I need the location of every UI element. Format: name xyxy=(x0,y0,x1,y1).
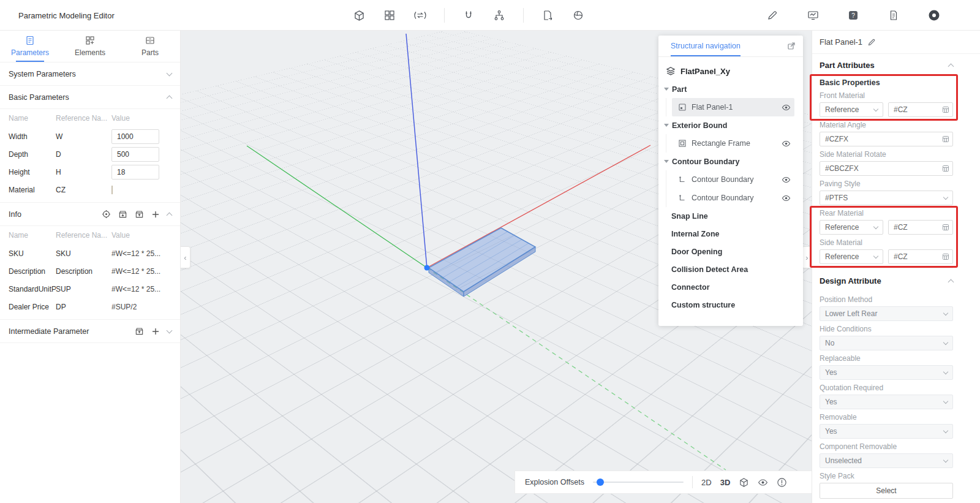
structural-navigation-tab[interactable]: Structural navigation xyxy=(671,36,741,56)
slider-knob[interactable] xyxy=(597,478,604,486)
collapse-left-panel-button[interactable]: ‹ xyxy=(181,246,190,268)
tree-group-internal-zone[interactable]: Internal Zone xyxy=(658,225,803,243)
expand-triangle-icon[interactable] xyxy=(664,160,669,163)
replaceable-select[interactable]: Yes xyxy=(820,365,953,380)
formula-grid-icon[interactable] xyxy=(942,165,949,172)
expand-triangle-icon[interactable] xyxy=(664,124,669,127)
depth-value-input[interactable] xyxy=(111,147,159,162)
info-row-standard-unit-price[interactable]: StandardUnitP... SUP #W<=12 * 25... xyxy=(0,280,180,298)
view-3d-button[interactable]: 3D xyxy=(720,478,731,487)
chevron-down-icon[interactable] xyxy=(167,327,173,333)
export-icon[interactable] xyxy=(135,327,144,336)
formula-grid-icon[interactable] xyxy=(942,224,949,231)
front-material-mode-select[interactable]: Reference xyxy=(820,102,883,117)
material-angle-label: Material Angle xyxy=(820,121,953,129)
flat-panel-3d-object[interactable] xyxy=(429,228,535,297)
adjust-settings-icon[interactable] xyxy=(102,210,111,219)
material-sphere-icon[interactable] xyxy=(571,9,585,22)
explosion-offsets-slider[interactable] xyxy=(593,482,684,483)
tree-group-exterior-bound[interactable]: Exterior Bound xyxy=(658,116,803,134)
width-value-input[interactable] xyxy=(111,129,159,144)
side-material-rotate-input[interactable] xyxy=(820,161,953,176)
intermediate-parameter-header[interactable]: Intermediate Parameter xyxy=(0,320,180,343)
side-material-mode-select[interactable]: Reference xyxy=(820,249,883,264)
viewport-3d[interactable]: ‹ › Structural navigation FlatPanel_Xy P… xyxy=(181,31,812,503)
info-section-header[interactable]: Info xyxy=(0,203,180,226)
hide-conditions-select[interactable]: No xyxy=(820,336,953,350)
toolbar-divider xyxy=(444,8,445,23)
tree-group-part[interactable]: Part xyxy=(658,80,803,98)
import-icon[interactable] xyxy=(118,210,127,219)
formula-grid-icon[interactable] xyxy=(942,253,949,260)
tree-item-rectangle-frame[interactable]: Rectangle Frame xyxy=(672,134,794,153)
visibility-eye-icon[interactable] xyxy=(782,175,791,184)
chevron-up-icon[interactable] xyxy=(167,96,173,102)
chevron-up-icon[interactable] xyxy=(948,63,954,69)
components-icon[interactable] xyxy=(383,9,396,22)
visibility-eye-icon[interactable] xyxy=(758,477,768,488)
tree-group-custom-structure[interactable]: Custom structure xyxy=(658,296,803,314)
removable-select[interactable]: Yes xyxy=(820,424,953,439)
system-parameters-header[interactable]: System Parameters xyxy=(0,62,180,86)
part-attributes-section-header[interactable]: Part Attributes xyxy=(812,54,980,76)
tab-parts[interactable]: Parts xyxy=(120,31,180,62)
warning-info-icon[interactable] xyxy=(777,477,787,488)
tree-item-contour-boundary-1[interactable]: Contour Boundary xyxy=(672,170,794,189)
add-parameter-icon[interactable] xyxy=(151,210,160,219)
collapse-right-panel-button[interactable]: › xyxy=(802,246,812,268)
height-value-input[interactable] xyxy=(111,165,159,180)
tab-elements[interactable]: Elements xyxy=(60,31,120,62)
chevron-down-icon[interactable] xyxy=(167,70,173,76)
material-angle-input[interactable] xyxy=(820,132,953,146)
rear-material-mode-select[interactable]: Reference xyxy=(820,220,883,235)
magnet-icon[interactable] xyxy=(462,9,475,22)
chevron-up-icon[interactable] xyxy=(948,279,954,285)
tree-group-door-opening[interactable]: Door Opening xyxy=(658,243,803,260)
design-attribute-section-header[interactable]: Design Attribute xyxy=(812,270,980,292)
tree-group-contour-boundary[interactable]: Contour Boundary xyxy=(658,153,803,170)
info-row-description[interactable]: Description Description #W<=12 * 25... xyxy=(0,262,180,280)
theme-settings-icon[interactable] xyxy=(927,9,941,22)
tree-group-connector[interactable]: Connector xyxy=(658,278,803,296)
model-3d-icon[interactable] xyxy=(352,9,366,22)
view-2d-button[interactable]: 2D xyxy=(701,478,712,487)
position-method-select[interactable]: Lower Left Rear xyxy=(820,306,953,321)
tree-root-flatpanel-xy[interactable]: FlatPanel_Xy xyxy=(658,62,803,80)
tree-group-collision-detect-area[interactable]: Collision Detect Area xyxy=(658,260,803,278)
rename-pencil-icon[interactable] xyxy=(867,38,876,47)
export-icon[interactable] xyxy=(135,210,144,219)
info-row-sku[interactable]: SKU SKU #W<=12 * 25... xyxy=(0,244,180,262)
monitor-chart-icon[interactable] xyxy=(806,9,820,22)
formula-grid-icon[interactable] xyxy=(942,106,949,113)
add-parameter-icon[interactable] xyxy=(151,327,160,336)
visibility-eye-icon[interactable] xyxy=(782,194,791,203)
tab-parameters[interactable]: Parameters xyxy=(0,31,60,62)
visibility-eye-icon[interactable] xyxy=(782,139,791,148)
hide-conditions-label: Hide Conditions xyxy=(820,325,953,333)
info-row-dealer-price[interactable]: Dealer Price DP #SUP/2 xyxy=(0,298,180,316)
tree-item-flat-panel-1[interactable]: Flat Panel-1 xyxy=(672,98,794,116)
quotation-required-select[interactable]: Yes xyxy=(820,395,953,409)
basic-parameters-header[interactable]: Basic Parameters xyxy=(0,86,180,109)
swap-arrows-icon[interactable] xyxy=(413,9,427,22)
axonometric-cube-icon[interactable] xyxy=(739,477,749,488)
help-icon[interactable]: ? xyxy=(846,9,860,22)
paving-style-select[interactable]: #PTFS xyxy=(820,191,953,205)
visibility-eye-icon[interactable] xyxy=(782,103,791,112)
doc-export-icon[interactable] xyxy=(541,9,554,22)
material-color-swatch[interactable] xyxy=(111,186,113,194)
popout-window-icon[interactable] xyxy=(787,42,796,50)
formula-grid-icon[interactable] xyxy=(942,135,949,143)
edit-pencil-icon[interactable] xyxy=(766,9,779,22)
elements-grid-icon xyxy=(85,36,95,45)
expand-triangle-icon[interactable] xyxy=(664,88,669,91)
branch-icon[interactable] xyxy=(492,9,506,22)
origin-point[interactable] xyxy=(424,265,430,271)
style-pack-select-button[interactable]: Select xyxy=(820,483,953,499)
component-removable-select[interactable]: Unselected xyxy=(820,453,953,468)
tree-item-contour-boundary-2[interactable]: Contour Boundary xyxy=(672,189,794,207)
document-icon[interactable] xyxy=(887,9,900,22)
tree-group-snap-line[interactable]: Snap Line xyxy=(658,207,803,225)
section-divider xyxy=(820,268,953,268)
chevron-up-icon[interactable] xyxy=(167,213,173,219)
